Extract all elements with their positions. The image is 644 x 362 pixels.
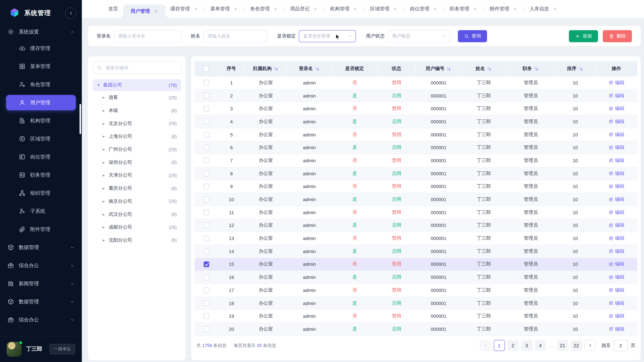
edit-button[interactable]: 编辑 bbox=[608, 274, 624, 280]
table-row[interactable]: 15办公室admin否禁用000001丁三郎管理员10编辑 bbox=[194, 258, 637, 271]
row-checkbox[interactable] bbox=[204, 223, 209, 228]
table-row[interactable]: 8办公室admin是启用000001丁三郎管理员10编辑 bbox=[194, 167, 637, 180]
row-checkbox[interactable] bbox=[204, 236, 209, 241]
caret-right-icon[interactable]: ▶ bbox=[103, 200, 105, 203]
row-checkbox[interactable] bbox=[204, 287, 209, 293]
sort-icon[interactable] bbox=[444, 66, 451, 71]
page-button-4[interactable]: 4 bbox=[535, 340, 546, 351]
table-row[interactable]: 7办公室admin否禁用000001丁三郎管理员10编辑 bbox=[194, 154, 637, 167]
table-row[interactable]: 3办公室admin否禁用000001丁三郎管理员10编辑 bbox=[194, 102, 637, 115]
tree-node-武汉分公司[interactable]: ▶武汉分公司(8) bbox=[92, 208, 181, 221]
sidebar-section-新闻管理[interactable]: 新闻管理 bbox=[0, 275, 82, 293]
row-checkbox[interactable] bbox=[204, 132, 209, 137]
caret-right-icon[interactable]: ▶ bbox=[103, 148, 105, 151]
edit-button[interactable]: 编辑 bbox=[608, 119, 624, 125]
table-row[interactable]: 2办公室admin是启用000001丁三郎管理员10编辑 bbox=[194, 89, 637, 102]
tab-用户管理[interactable]: 用户管理 bbox=[123, 4, 165, 18]
tab-区域管理[interactable]: 区域管理 bbox=[365, 0, 402, 18]
table-row[interactable]: 12办公室admin是启用000001丁三郎管理员10编辑 bbox=[194, 219, 637, 232]
delete-button[interactable]: 删除 bbox=[603, 30, 632, 42]
tree-node-重庆分公司[interactable]: ▶重庆分公司(8) bbox=[92, 182, 181, 195]
sidebar-section-数据管理[interactable]: 数据管理 bbox=[0, 238, 82, 256]
edit-button[interactable]: 编辑 bbox=[608, 313, 624, 319]
tab-岗位管理[interactable]: 岗位管理 bbox=[405, 0, 442, 18]
jump-page-input[interactable] bbox=[614, 340, 628, 351]
close-icon[interactable] bbox=[433, 7, 438, 11]
table-row[interactable]: 4办公室admin是启用000001丁三郎管理员10编辑 bbox=[194, 115, 637, 128]
caret-right-icon[interactable]: ▶ bbox=[103, 161, 105, 164]
row-checkbox[interactable] bbox=[204, 249, 209, 254]
caret-right-icon[interactable]: ▶ bbox=[103, 174, 105, 177]
avatar[interactable] bbox=[7, 342, 22, 357]
column-header-职务[interactable]: 职务 bbox=[506, 61, 555, 76]
caret-right-icon[interactable]: ▶ bbox=[103, 226, 105, 229]
edit-button[interactable]: 编辑 bbox=[608, 248, 624, 254]
sidebar-section-综合办公[interactable]: 综合办公 bbox=[0, 311, 82, 329]
caret-right-icon[interactable]: ▶ bbox=[103, 213, 105, 216]
caret-right-icon[interactable]: ▶ bbox=[103, 109, 105, 112]
table-row[interactable]: 11办公室admin否禁用000001丁三郎管理员10编辑 bbox=[194, 206, 637, 219]
sidebar-item-机构管理[interactable]: 机构管理 bbox=[0, 112, 82, 130]
close-icon[interactable] bbox=[513, 7, 517, 11]
column-header-姓名[interactable]: 姓名 bbox=[461, 61, 506, 76]
edit-button[interactable]: 编辑 bbox=[608, 235, 624, 241]
close-icon[interactable] bbox=[473, 7, 477, 11]
sidebar-item-菜单管理[interactable]: 菜单管理 bbox=[0, 57, 82, 75]
tab-缓存管理[interactable]: 缓存管理 bbox=[165, 0, 203, 18]
edit-button[interactable]: 编辑 bbox=[608, 196, 624, 202]
row-checkbox[interactable] bbox=[204, 300, 209, 306]
sidebar-item-角色管理[interactable]: 角色管理 bbox=[0, 75, 82, 93]
user-status-select[interactable]: 用户状态 bbox=[388, 30, 450, 42]
caret-right-icon[interactable]: ▶ bbox=[103, 122, 105, 125]
lock-filter-select[interactable]: 是否允许登录 bbox=[299, 30, 356, 42]
edit-button[interactable]: 编辑 bbox=[608, 158, 624, 164]
tab-角色管理[interactable]: 角色管理 bbox=[245, 0, 283, 18]
query-button[interactable]: 查询 bbox=[458, 30, 487, 42]
edit-button[interactable]: 编辑 bbox=[608, 326, 624, 332]
edit-button[interactable]: 编辑 bbox=[608, 184, 624, 190]
sidebar-item-区域管理[interactable]: 区域管理 bbox=[0, 130, 82, 148]
edit-button[interactable]: 编辑 bbox=[608, 106, 624, 112]
tree-node-root[interactable]: ▼ 集团公司 (79) bbox=[92, 79, 181, 91]
tab-入库信息[interactable]: 入库信息 bbox=[524, 0, 562, 18]
sort-icon[interactable] bbox=[576, 66, 583, 71]
table-row[interactable]: 5办公室admin否禁用000001丁三郎管理员10编辑 bbox=[194, 128, 637, 141]
edit-button[interactable]: 编辑 bbox=[608, 209, 624, 215]
sidebar-item-岗位管理[interactable]: 岗位管理 bbox=[0, 148, 82, 166]
sidebar-item-组织管理[interactable]: 组织管理 bbox=[0, 184, 82, 202]
table-row[interactable]: 16办公室admin是启用000001丁三郎管理员10编辑 bbox=[194, 271, 637, 284]
close-icon[interactable] bbox=[194, 7, 198, 11]
sort-icon[interactable] bbox=[313, 66, 320, 71]
edit-button[interactable]: 编辑 bbox=[608, 80, 624, 86]
table-row[interactable]: 13办公室admin否禁用000001丁三郎管理员10编辑 bbox=[194, 232, 637, 245]
sidebar-section-综合办公[interactable]: 综合办公 bbox=[0, 256, 82, 275]
tree-node-广州分公司[interactable]: ▶广州分公司(29) bbox=[92, 143, 181, 156]
edit-button[interactable]: 编辑 bbox=[608, 93, 624, 99]
sort-icon[interactable] bbox=[272, 66, 278, 71]
sidebar-item-职务管理[interactable]: 职务管理 bbox=[0, 166, 82, 184]
caret-right-icon[interactable]: ▶ bbox=[103, 96, 105, 99]
column-header-登录名[interactable]: 登录名 bbox=[287, 61, 332, 76]
close-icon[interactable] bbox=[154, 9, 158, 13]
prev-page-button[interactable] bbox=[480, 340, 491, 351]
row-checkbox[interactable] bbox=[204, 106, 209, 111]
close-icon[interactable] bbox=[313, 7, 318, 11]
edit-button[interactable]: 编辑 bbox=[608, 261, 624, 267]
edit-button[interactable]: 编辑 bbox=[608, 145, 624, 151]
table-row[interactable]: 18办公室admin是启用000001丁三郎管理员10编辑 bbox=[194, 297, 637, 310]
table-row[interactable]: 14办公室admin是启用000001丁三郎管理员10编辑 bbox=[194, 245, 637, 258]
tab-附件管理[interactable]: 附件管理 bbox=[485, 0, 522, 18]
tree-node-上海分公司[interactable]: ▶上海分公司(8) bbox=[92, 130, 181, 143]
close-icon[interactable] bbox=[393, 7, 398, 11]
tree-node-天津分公司[interactable]: ▶天津分公司(29) bbox=[92, 169, 181, 182]
edit-button[interactable]: 编辑 bbox=[608, 287, 624, 293]
row-checkbox[interactable] bbox=[204, 210, 209, 215]
close-icon[interactable] bbox=[234, 7, 238, 11]
name-input[interactable] bbox=[203, 30, 267, 42]
tab-用品登记[interactable]: 用品登记 bbox=[285, 0, 323, 18]
sidebar-collapse-button[interactable] bbox=[65, 7, 76, 19]
edit-button[interactable]: 编辑 bbox=[608, 222, 624, 228]
sidebar-item-用户管理[interactable]: 用户管理 bbox=[0, 93, 82, 112]
close-icon[interactable] bbox=[273, 7, 278, 11]
table-row[interactable]: 17办公室admin否禁用000001丁三郎管理员10编辑 bbox=[194, 284, 637, 297]
